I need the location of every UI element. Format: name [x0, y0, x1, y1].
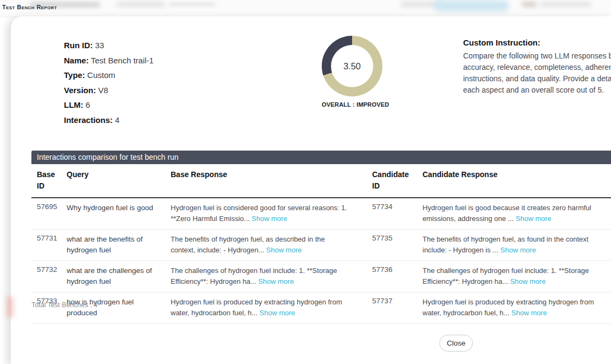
interactions-table: Interactions comparison for test bench r… — [31, 151, 611, 324]
custom-instruction-text: Compare the following two LLM responses … — [463, 50, 611, 62]
response-text: Efficiency**: Hydrogen ha... — [171, 277, 256, 285]
show-more-link[interactable]: Show more — [511, 309, 547, 317]
show-more-link[interactable]: Show more — [500, 246, 536, 254]
show-more-link[interactable]: Show more — [510, 277, 546, 285]
response-text: water, hydrocarbon fuel, h... — [171, 309, 257, 317]
run-info: Run ID: 33 Name: Test Bench trail-1 Type… — [64, 38, 154, 127]
overall-score-label: OVERALL : IMPROVED — [322, 101, 382, 108]
response-text: Hydrogen fuel is produced by extracting … — [171, 297, 365, 308]
run-info-line: Type: Custom — [64, 68, 154, 83]
column-header-base-id: Base ID — [31, 169, 67, 192]
total-test-benches: Total Test Benches : 4 — [31, 301, 98, 309]
show-more-link[interactable]: Show more — [266, 246, 302, 254]
column-header-query: Query — [67, 169, 171, 180]
response-text: The benefits of hydrogen fuel, as found … — [422, 234, 609, 245]
response-text: Efficiency**: Hydrogen ha... — [422, 277, 508, 285]
background-blur — [116, 2, 165, 6]
base-id-cell: 57731 — [31, 234, 67, 242]
response-text: emissions, addressing one ... — [422, 214, 514, 223]
response-text: Hydrogen fuel is produced by extracting … — [422, 297, 609, 308]
column-header-base-response: Base Response — [171, 169, 372, 180]
response-text: The challenges of hydrogen fuel include:… — [422, 265, 609, 276]
base-response-cell: The benefits of hydrogen fuel, as descri… — [171, 234, 372, 256]
show-more-link[interactable]: Show more — [252, 214, 288, 223]
response-text: context, include: - Hydrogen... — [171, 246, 264, 254]
query-cell: what are the challenges of hydrogen fuel — [67, 265, 171, 287]
field-label: Version: — [64, 86, 96, 95]
show-more-link[interactable]: Show more — [516, 214, 551, 223]
response-text: Hydrogen fuel is good because it creates… — [422, 203, 609, 213]
run-info-line: LLM: 6 — [64, 98, 154, 113]
query-cell: what are the benefits of hydrogen fuel — [67, 234, 171, 256]
table-row: 57732 what are the challenges of hydroge… — [31, 261, 611, 292]
base-response-cell: Hydrogen fuel is considered good for sev… — [171, 203, 372, 224]
column-header-candidate-id: Candidate ID — [372, 169, 422, 192]
custom-instruction-text: each aspect and an overall score out of … — [463, 84, 611, 96]
field-value: V8 — [98, 86, 108, 95]
table-row: 57731 what are the benefits of hydrogen … — [31, 230, 611, 261]
response-text: **Zero Harmful Emissio... — [171, 214, 250, 223]
background-blur-teal-button — [433, 0, 509, 11]
candidate-response-cell: The challenges of hydrogen fuel include:… — [422, 265, 611, 287]
query-cell: Why hydrogen fuel is good — [67, 203, 171, 213]
custom-instruction-text: instructions, and data quality. Provide … — [463, 73, 611, 84]
candidate-response-cell: Hydrogen fuel is produced by extracting … — [422, 297, 611, 318]
show-more-link[interactable]: Show more — [258, 277, 294, 285]
table-row: 57733 how is hydrogen fuel produced Hydr… — [31, 292, 611, 324]
run-info-line: Run ID: 33 — [64, 38, 154, 53]
response-text: Hydrogen fuel is considered good for sev… — [171, 203, 365, 213]
run-info-line: Version: V8 — [64, 83, 154, 98]
field-value: Test Bench trail-1 — [91, 56, 154, 65]
background-blur — [169, 3, 215, 6]
candidate-response-cell: The benefits of hydrogen fuel, as found … — [422, 234, 611, 256]
run-info-line: Interactions: 4 — [64, 113, 154, 128]
base-response-cell: Hydrogen fuel is produced by extracting … — [171, 297, 372, 318]
custom-instruction: Custom Instruction: Compare the followin… — [463, 38, 611, 96]
show-more-link[interactable]: Show more — [259, 309, 295, 317]
background-blur — [540, 2, 592, 6]
candidate-id-cell: 57735 — [372, 234, 422, 242]
candidate-id-cell: 57734 — [372, 203, 422, 211]
response-text: The challenges of hydrogen fuel include:… — [171, 265, 365, 276]
table-header-row: Base ID Query Base Response Candidate ID… — [31, 164, 611, 198]
base-id-cell: 57732 — [31, 265, 67, 274]
blurred-background-bar — [0, 0, 611, 16]
background-blur — [522, 2, 537, 7]
table-row: 57695 Why hydrogen fuel is good Hydrogen… — [31, 198, 611, 230]
page-title: Test Bench Report — [2, 4, 57, 10]
candidate-id-cell: 57736 — [372, 265, 422, 274]
field-value: 4 — [115, 115, 119, 125]
response-text: The benefits of hydrogen fuel, as descri… — [171, 234, 365, 245]
field-value: 6 — [86, 100, 90, 109]
field-label: LLM: — [64, 100, 83, 109]
test-bench-report-screen: Test Bench Report Run ID: 33 Name: Test … — [0, 0, 611, 364]
run-info-line: Name: Test Bench trail-1 — [64, 53, 154, 68]
field-value: Custom — [87, 70, 115, 80]
field-label: Name: — [64, 56, 89, 65]
table-section-title: Interactions comparison for test bench r… — [31, 151, 611, 164]
column-header-candidate-response: Candidate Response — [422, 169, 611, 180]
candidate-id-cell: 57737 — [372, 297, 422, 305]
base-response-cell: The challenges of hydrogen fuel include:… — [171, 265, 372, 287]
base-id-cell: 57695 — [31, 203, 67, 211]
close-button[interactable]: Close — [439, 335, 473, 352]
custom-instruction-heading: Custom Instruction: — [463, 38, 611, 47]
response-text: water, hydrocarbon fuel, h... — [422, 309, 509, 317]
field-label: Type: — [64, 70, 85, 80]
field-value: 33 — [95, 41, 105, 50]
candidate-response-cell: Hydrogen fuel is good because it creates… — [422, 203, 611, 224]
response-text: include: - Hydrogen is ... — [422, 246, 498, 254]
overall-score-value: 3.50 — [331, 45, 373, 87]
field-label: Run ID: — [64, 41, 93, 50]
custom-instruction-text: accuracy, relevance, completeness, adher… — [463, 62, 611, 73]
field-label: Interactions: — [64, 115, 113, 125]
background-blur-red — [6, 297, 13, 317]
overall-donut: 3.50 — [322, 36, 382, 96]
overall-score-chart: 3.50 OVERALL : IMPROVED — [322, 36, 382, 108]
